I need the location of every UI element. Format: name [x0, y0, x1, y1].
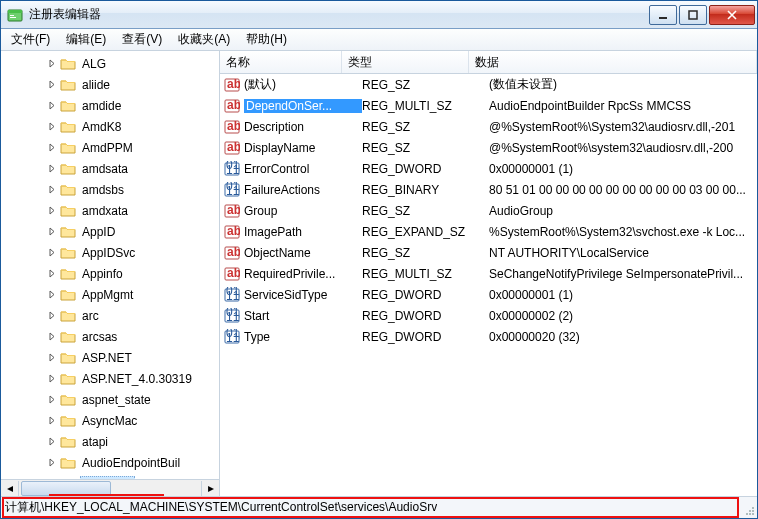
expand-icon[interactable] [47, 352, 58, 363]
value-data: (数值未设置) [489, 76, 757, 93]
scroll-thumb[interactable] [21, 481, 111, 496]
tree-item[interactable]: AsyncMac [1, 410, 219, 431]
resize-grip-icon[interactable] [743, 504, 755, 516]
registry-tree[interactable]: ALGaliideamdideAmdK8AmdPPMamdsataamdsbsa… [1, 51, 219, 479]
expand-icon[interactable] [47, 310, 58, 321]
reg-binary-icon [224, 161, 240, 177]
value-data: AudioEndpointBuilder RpcSs MMCSS [489, 99, 757, 113]
value-row[interactable]: ObjectNameREG_SZNT AUTHORITY\LocalServic… [220, 242, 757, 263]
expand-icon[interactable] [47, 415, 58, 426]
tree-item[interactable]: AppID [1, 221, 219, 242]
value-name: RequiredPrivile... [244, 267, 362, 281]
tree-item[interactable]: arcsas [1, 326, 219, 347]
value-row[interactable]: ServiceSidTypeREG_DWORD0x00000001 (1) [220, 284, 757, 305]
folder-icon [60, 455, 76, 471]
value-name: DependOnSer... [244, 99, 362, 113]
scroll-right-button[interactable]: ▸ [201, 481, 219, 496]
expand-icon[interactable] [47, 436, 58, 447]
expand-icon[interactable] [47, 58, 58, 69]
menu-favorites[interactable]: 收藏夹(A) [170, 29, 238, 50]
tree-item[interactable]: atapi [1, 431, 219, 452]
menu-edit[interactable]: 编辑(E) [58, 29, 114, 50]
tree-item[interactable]: aspnet_state [1, 389, 219, 410]
close-button[interactable] [709, 5, 755, 25]
tree-item[interactable]: Appinfo [1, 263, 219, 284]
tree-item[interactable]: amdxata [1, 200, 219, 221]
menu-file[interactable]: 文件(F) [3, 29, 58, 50]
folder-icon [60, 371, 76, 387]
tree-item[interactable]: AmdPPM [1, 137, 219, 158]
expand-icon[interactable] [47, 247, 58, 258]
expand-icon[interactable] [47, 289, 58, 300]
tree-item[interactable]: AmdK8 [1, 116, 219, 137]
tree-item[interactable]: AppMgmt [1, 284, 219, 305]
value-row[interactable]: RequiredPrivile...REG_MULTI_SZSeChangeNo… [220, 263, 757, 284]
folder-icon [60, 203, 76, 219]
column-header-type[interactable]: 类型 [342, 51, 469, 73]
tree-item-label: aspnet_state [80, 393, 153, 407]
tree-item-label: amdide [80, 99, 123, 113]
expand-icon[interactable] [47, 268, 58, 279]
value-data: SeChangeNotifyPrivilege SeImpersonatePri… [489, 267, 757, 281]
column-header-name[interactable]: 名称 [220, 51, 342, 73]
expand-icon[interactable] [47, 163, 58, 174]
value-row[interactable]: ErrorControlREG_DWORD0x00000001 (1) [220, 158, 757, 179]
value-row[interactable]: (默认)REG_SZ(数值未设置) [220, 74, 757, 95]
tree-item[interactable]: AudioEndpointBuil [1, 452, 219, 473]
folder-icon [60, 77, 76, 93]
tree-item[interactable]: aliide [1, 74, 219, 95]
tree-item[interactable]: ALG [1, 53, 219, 74]
expand-icon[interactable] [47, 142, 58, 153]
value-row[interactable]: TypeREG_DWORD0x00000020 (32) [220, 326, 757, 347]
value-row[interactable]: DescriptionREG_SZ@%SystemRoot%\System32\… [220, 116, 757, 137]
value-row[interactable]: ImagePathREG_EXPAND_SZ%SystemRoot%\Syste… [220, 221, 757, 242]
menu-view[interactable]: 查看(V) [114, 29, 170, 50]
value-data: AudioGroup [489, 204, 757, 218]
folder-icon [60, 56, 76, 72]
expand-icon[interactable] [47, 373, 58, 384]
value-row[interactable]: DependOnSer...REG_MULTI_SZAudioEndpointB… [220, 95, 757, 116]
expand-icon[interactable] [47, 394, 58, 405]
maximize-button[interactable] [679, 5, 707, 25]
value-data: 0x00000002 (2) [489, 309, 757, 323]
expand-icon[interactable] [47, 100, 58, 111]
tree-item[interactable]: amdsbs [1, 179, 219, 200]
tree-item[interactable]: amdide [1, 95, 219, 116]
value-row[interactable]: FailureActionsREG_BINARY80 51 01 00 00 0… [220, 179, 757, 200]
reg-string-icon [224, 245, 240, 261]
tree-item[interactable]: AppIDSvc [1, 242, 219, 263]
expand-icon[interactable] [47, 331, 58, 342]
tree-item-label: AudioEndpointBuil [80, 456, 182, 470]
tree-item-label: AppMgmt [80, 288, 135, 302]
expand-icon[interactable] [47, 457, 58, 468]
tree-item[interactable]: arc [1, 305, 219, 326]
column-header-data[interactable]: 数据 [469, 51, 757, 73]
tree-item-label: AppID [80, 225, 117, 239]
value-name: ObjectName [244, 246, 362, 260]
expand-icon[interactable] [47, 79, 58, 90]
values-list[interactable]: (默认)REG_SZ(数值未设置)DependOnSer...REG_MULTI… [220, 74, 757, 496]
value-row[interactable]: StartREG_DWORD0x00000002 (2) [220, 305, 757, 326]
tree-item-label: AmdPPM [80, 141, 135, 155]
value-name: Description [244, 120, 362, 134]
tree-item[interactable]: ASP.NET_4.0.30319 [1, 368, 219, 389]
value-row[interactable]: GroupREG_SZAudioGroup [220, 200, 757, 221]
value-row[interactable]: DisplayNameREG_SZ@%SystemRoot%\system32\… [220, 137, 757, 158]
tree-item[interactable]: amdsata [1, 158, 219, 179]
menu-help[interactable]: 帮助(H) [238, 29, 295, 50]
scroll-left-button[interactable]: ◂ [1, 481, 19, 496]
value-type: REG_DWORD [362, 162, 489, 176]
tree-horizontal-scrollbar[interactable]: ◂ ▸ [1, 479, 219, 496]
tree-item[interactable]: ASP.NET [1, 347, 219, 368]
titlebar[interactable]: 注册表编辑器 [1, 1, 757, 29]
reg-binary-icon [224, 308, 240, 324]
expand-icon[interactable] [47, 184, 58, 195]
minimize-button[interactable] [649, 5, 677, 25]
value-type: REG_SZ [362, 246, 489, 260]
expand-icon[interactable] [47, 226, 58, 237]
value-data: 80 51 01 00 00 00 00 00 00 00 00 00 03 0… [489, 183, 757, 197]
tree-pane: ALGaliideamdideAmdK8AmdPPMamdsataamdsbsa… [1, 51, 220, 496]
folder-icon [60, 245, 76, 261]
expand-icon[interactable] [47, 205, 58, 216]
expand-icon[interactable] [47, 121, 58, 132]
